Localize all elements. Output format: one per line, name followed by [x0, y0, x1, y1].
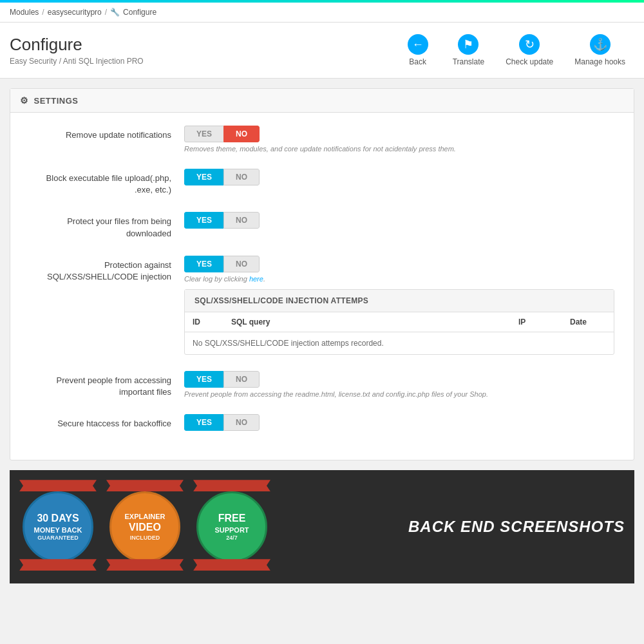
toggle-no-secure-htaccess[interactable]: NO [223, 414, 260, 431]
settings-header: ⚙ SETTINGS [10, 89, 634, 113]
ribbon-bottom-1 [19, 559, 97, 571]
toggle-yes-block-executable[interactable]: YES [184, 169, 223, 185]
setting-control-secure-htaccess: YES NO [184, 414, 614, 431]
col-header-id: ID [185, 312, 223, 332]
manage-hooks-button[interactable]: ⚓ Manage hooks [565, 29, 634, 71]
back-icon: ← [408, 34, 428, 55]
badge-money-back-line2: MONEY BACK [34, 526, 82, 535]
col-header-query: SQL query [223, 312, 511, 332]
footer-banner-text: BACK END SCREENSHOTS [408, 518, 625, 536]
badge-support-line2: SUPPORT [214, 526, 249, 535]
setting-label-secure-htaccess: Secure htaccess for backoffice [30, 414, 171, 430]
anchor-icon: ⚓ [590, 34, 611, 55]
badge-support-line3: 24/7 [226, 535, 238, 542]
badge-support-line1: FREE [218, 512, 246, 526]
footer-area: 30 DAYS MONEY BACK GUARANTEED EXPLAINER … [10, 470, 634, 583]
settings-title: SETTINGS [34, 96, 79, 106]
check-update-label: Check update [506, 57, 553, 66]
breadcrumb: Modules / easysecuritypro / 🔧 Configure [0, 3, 644, 23]
breadcrumb-modules[interactable]: Modules [10, 8, 39, 17]
setting-row-prevent-important: Prevent people from accessing important … [30, 371, 614, 398]
toggle-yes-secure-htaccess[interactable]: YES [184, 414, 223, 431]
page-header-actions: ← Back ⚑ Translate ↻ Check update ⚓ Mana… [395, 29, 634, 71]
breadcrumb-current: Configure [123, 8, 156, 17]
injection-table-wrapper: SQL/XSS/SHELL/CODE INJECTION ATTEMPS ID … [184, 289, 614, 355]
toggle-protect-files: YES NO [184, 212, 260, 229]
injection-table: ID SQL query IP Date No SQL/XSS/SHELL/CO… [185, 312, 614, 354]
badge-support: FREE SUPPORT 24/7 [196, 491, 267, 562]
toggle-no-protection-injection[interactable]: NO [223, 256, 260, 272]
page-header-left: Configure Easy Security / Anti SQL Injec… [10, 35, 144, 65]
setting-row-block-executable: Block executable file upload(.php, .exe,… [30, 169, 614, 196]
badge-container: 30 DAYS MONEY BACK GUARANTEED EXPLAINER … [19, 483, 270, 571]
back-label: Back [409, 57, 426, 66]
injection-table-empty-row: No SQL/XSS/SHELL/CODE injection attemps … [185, 332, 614, 354]
settings-card: ⚙ SETTINGS Remove update notifications Y… [10, 88, 634, 460]
page-header: Configure Easy Security / Anti SQL Injec… [0, 23, 644, 79]
breadcrumb-easysecuritypro[interactable]: easysecuritypro [48, 8, 102, 17]
setting-control-remove-update: YES NO Removes theme, modules, and core … [184, 126, 614, 153]
breadcrumb-sep-2: / [105, 8, 107, 17]
ribbon-top-3 [193, 480, 270, 491]
desc-prevent-important: Prevent people from accessing the readme… [184, 390, 614, 398]
ribbon-top-2 [106, 480, 184, 491]
toggle-no-prevent-important[interactable]: NO [223, 371, 260, 388]
page-title: Configure [10, 35, 144, 55]
toggle-yes-prevent-important[interactable]: YES [184, 371, 223, 388]
desc-remove-update: Removes theme, modules, and core update … [184, 145, 614, 153]
setting-label-prevent-important: Prevent people from accessing important … [30, 371, 171, 398]
badge-money-back-wrap: 30 DAYS MONEY BACK GUARANTEED [19, 483, 97, 571]
col-header-ip: IP [511, 312, 562, 332]
toggle-yes-protection-injection[interactable]: YES [184, 256, 223, 272]
toggle-block-executable: YES NO [184, 169, 260, 185]
badge-explainer-line1: EXPLAINER [125, 512, 166, 521]
badge-explainer-line2: VIDEO [129, 521, 161, 535]
toggle-secure-htaccess: YES NO [184, 414, 260, 431]
badge-explainer: EXPLAINER VIDEO INCLUDED [109, 491, 180, 562]
badge-support-wrap: FREE SUPPORT 24/7 [193, 483, 270, 571]
badge-explainer-wrap: EXPLAINER VIDEO INCLUDED [106, 483, 184, 571]
setting-control-protect-files: YES NO [184, 212, 614, 229]
injection-table-title: SQL/XSS/SHELL/CODE INJECTION ATTEMPS [185, 290, 614, 312]
breadcrumb-sep-1: / [42, 8, 44, 17]
flag-icon: ⚑ [458, 34, 478, 55]
toggle-no-protect-files[interactable]: NO [223, 212, 260, 229]
clear-log-link[interactable]: here [249, 275, 263, 283]
setting-row-protection-injection: Protection against SQL/XSS/SHELL/CODE in… [30, 256, 614, 355]
ribbon-bottom-3 [193, 559, 270, 571]
check-update-button[interactable]: ↻ Check update [497, 29, 562, 71]
setting-row-secure-htaccess: Secure htaccess for backoffice YES NO [30, 414, 614, 431]
toggle-yes-remove-update[interactable]: YES [184, 126, 223, 142]
badge-money-back: 30 DAYS MONEY BACK GUARANTEED [23, 491, 93, 562]
main-content: ⚙ SETTINGS Remove update notifications Y… [0, 79, 644, 593]
translate-label: Translate [453, 57, 485, 66]
toggle-yes-protect-files[interactable]: YES [184, 212, 223, 229]
badge-explainer-line3: INCLUDED [130, 535, 160, 542]
setting-label-protect-files: Protect your files from being downloaded [30, 212, 171, 239]
setting-label-protection-injection: Protection against SQL/XSS/SHELL/CODE in… [30, 256, 171, 283]
breadcrumb-icon: 🔧 [110, 8, 120, 17]
translate-button[interactable]: ⚑ Translate [444, 29, 494, 71]
toggle-no-block-executable[interactable]: NO [223, 169, 260, 185]
setting-row-remove-update: Remove update notifications YES NO Remov… [30, 126, 614, 153]
refresh-icon: ↻ [519, 34, 540, 55]
manage-hooks-label: Manage hooks [574, 57, 625, 66]
setting-row-protect-files: Protect your files from being downloaded… [30, 212, 614, 239]
gear-icon: ⚙ [20, 95, 29, 106]
toggle-remove-update: YES NO [184, 126, 260, 142]
ribbon-bottom-2 [106, 559, 184, 571]
setting-control-protection-injection: YES NO Clear log by clicking here. SQL/X… [184, 256, 614, 355]
injection-table-header-row: ID SQL query IP Date [185, 312, 614, 332]
back-button[interactable]: ← Back [395, 29, 440, 71]
toggle-no-remove-update[interactable]: NO [223, 126, 260, 142]
col-header-date: Date [562, 312, 614, 332]
settings-body: Remove update notifications YES NO Remov… [10, 113, 634, 460]
ribbon-top-1 [19, 480, 97, 491]
setting-label-remove-update: Remove update notifications [30, 126, 171, 141]
badge-money-back-line3: GUARANTEED [37, 535, 79, 542]
toggle-prevent-important: YES NO [184, 371, 260, 388]
toggle-protection-injection: YES NO [184, 256, 260, 272]
injection-table-empty-message: No SQL/XSS/SHELL/CODE injection attemps … [185, 332, 614, 354]
setting-control-prevent-important: YES NO Prevent people from accessing the… [184, 371, 614, 398]
setting-label-block-executable: Block executable file upload(.php, .exe,… [30, 169, 171, 196]
